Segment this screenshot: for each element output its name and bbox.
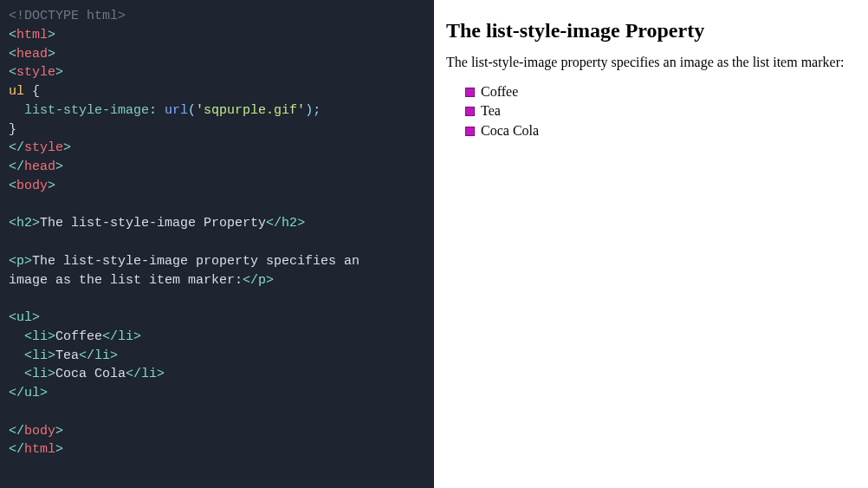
code-token: > bbox=[24, 254, 32, 269]
code-token: ul bbox=[9, 84, 24, 99]
code-token: < bbox=[9, 367, 32, 381]
code-token: < bbox=[9, 47, 16, 62]
code-token: li bbox=[141, 367, 157, 381]
code-token: </ bbox=[9, 386, 24, 400]
code-token: </ bbox=[9, 140, 24, 155]
code-token: < bbox=[9, 329, 32, 344]
code-token: </ bbox=[266, 216, 282, 231]
code-token: < bbox=[9, 179, 16, 193]
code-token bbox=[9, 103, 24, 118]
code-token: > bbox=[48, 28, 55, 42]
code-token: </ bbox=[126, 367, 141, 381]
code-token: ) bbox=[305, 103, 313, 118]
code-token: h2 bbox=[282, 216, 297, 231]
code-token: 'sqpurple.gif' bbox=[196, 103, 305, 118]
code-token: ul bbox=[24, 386, 40, 400]
code-token: body bbox=[24, 424, 55, 439]
code-token: </ bbox=[102, 329, 118, 344]
code-token: h2 bbox=[16, 216, 32, 231]
code-token: > bbox=[266, 273, 274, 288]
preview-heading: The list-style-image Property bbox=[446, 19, 856, 42]
code-token: list-style-image bbox=[24, 103, 149, 118]
preview-pane: The list-style-image Property The list-s… bbox=[434, 0, 868, 488]
code-token: > bbox=[55, 65, 63, 80]
code-token: DOCTYPE bbox=[24, 9, 79, 23]
code-token: ( bbox=[188, 103, 196, 118]
code-token: > bbox=[48, 179, 55, 193]
code-token: > bbox=[32, 216, 40, 231]
list-item: Coffee bbox=[481, 82, 856, 101]
code-editor-pane[interactable]: <!DOCTYPE html> <html> <head> <style> ul… bbox=[0, 0, 434, 488]
code-token: > bbox=[55, 442, 63, 457]
code-token: li bbox=[118, 329, 133, 344]
code-token: </ bbox=[243, 273, 258, 288]
code-token: head bbox=[24, 159, 55, 174]
code-token: < bbox=[9, 254, 16, 269]
code-token: > bbox=[32, 310, 40, 325]
code-token: The list-style-image Property bbox=[40, 216, 266, 231]
code-token: > bbox=[297, 216, 305, 231]
code-token: Coffee bbox=[55, 329, 102, 344]
code-token: { bbox=[24, 84, 40, 99]
code-token: html bbox=[16, 28, 48, 42]
code-token: body bbox=[16, 179, 48, 193]
list-item: Coca Cola bbox=[481, 121, 856, 140]
code-token: </ bbox=[9, 442, 24, 457]
code-token: Coca Cola bbox=[55, 367, 126, 381]
preview-list: Coffee Tea Coca Cola bbox=[446, 82, 856, 140]
code-token: </ bbox=[79, 348, 94, 363]
code-token: The list-style-image property specifies … bbox=[9, 254, 360, 288]
code-token: ; bbox=[313, 103, 321, 118]
code-token: html bbox=[79, 9, 118, 23]
code-token: Tea bbox=[55, 348, 79, 363]
code-token: : bbox=[149, 103, 165, 118]
code-token: > bbox=[48, 348, 55, 363]
code-token: style bbox=[24, 140, 63, 155]
code-token: < bbox=[9, 28, 16, 42]
code-token: li bbox=[32, 348, 48, 363]
code-token: > bbox=[48, 329, 55, 344]
code-token: > bbox=[110, 348, 118, 363]
code-token: url bbox=[165, 103, 188, 118]
code-token: > bbox=[48, 367, 55, 381]
code-token: li bbox=[32, 329, 48, 344]
code-token: < bbox=[9, 348, 32, 363]
code-token: < bbox=[9, 216, 16, 231]
code-token: style bbox=[16, 65, 55, 80]
code-token: <! bbox=[9, 9, 24, 23]
code-token: > bbox=[48, 47, 55, 62]
code-token: > bbox=[55, 159, 63, 174]
code-token: </ bbox=[9, 159, 24, 174]
code-token: li bbox=[94, 348, 110, 363]
code-token: html bbox=[24, 442, 55, 457]
code-token: > bbox=[133, 329, 141, 344]
code-token: > bbox=[63, 140, 71, 155]
code-token: li bbox=[32, 367, 48, 381]
code-token: ul bbox=[16, 310, 32, 325]
code-token: > bbox=[118, 9, 126, 23]
code-token: p bbox=[258, 273, 266, 288]
list-item: Tea bbox=[481, 101, 856, 120]
code-token: p bbox=[16, 254, 24, 269]
code-token: < bbox=[9, 310, 16, 325]
code-token: </ bbox=[9, 424, 24, 439]
code-token: < bbox=[9, 65, 16, 80]
code-token: > bbox=[40, 386, 48, 400]
code-token: head bbox=[16, 47, 48, 62]
code-token: } bbox=[9, 122, 16, 137]
preview-paragraph: The list-style-image property specifies … bbox=[446, 55, 856, 70]
code-token: > bbox=[157, 367, 165, 381]
code-token: > bbox=[55, 424, 63, 439]
